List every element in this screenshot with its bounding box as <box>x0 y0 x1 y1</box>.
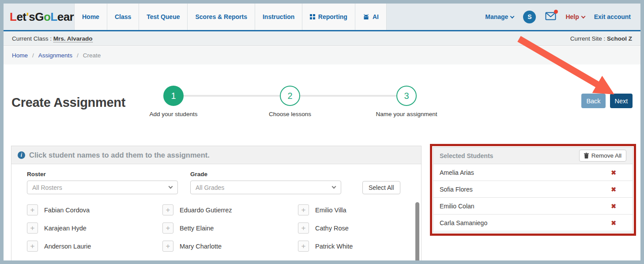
remove-student-icon[interactable]: ✖ <box>611 170 616 176</box>
step-label: Add your students <box>150 111 198 117</box>
add-student-icon[interactable]: + <box>298 223 309 234</box>
help-menu[interactable]: Help <box>565 13 584 20</box>
step-label: Choose lessons <box>269 111 311 117</box>
picker-filters: Roster All Rosters Grade All Grades Sele… <box>11 164 421 194</box>
logo-segment: s <box>29 10 35 24</box>
breadcrumb-separator: / <box>32 52 34 59</box>
stepper-step-3: 3Name your assignment <box>348 86 465 117</box>
context-bar: Current Class : Mrs. Alvarado Current Si… <box>4 31 640 46</box>
step-circle-1[interactable]: 1 <box>163 86 184 106</box>
nav-tab-scores-reports[interactable]: Scores & Reports <box>188 4 255 30</box>
messages-button[interactable] <box>545 12 556 22</box>
selected-student-name: Emilio Colan <box>440 203 475 210</box>
nav-tab-label: AI <box>373 13 379 20</box>
selected-students-title: Selected Students <box>440 152 493 159</box>
student-list-item[interactable]: +Betty Elaine <box>162 223 298 234</box>
breadcrumb-item-assignments[interactable]: Assignments <box>38 52 72 59</box>
student-name[interactable]: Eduardo Gutierrez <box>180 207 232 214</box>
grade-select[interactable]: All Grades <box>190 181 341 194</box>
student-name[interactable]: Mary Charlotte <box>180 243 222 250</box>
selected-student-name: Sofia Flores <box>440 186 473 193</box>
logo-segment: G <box>35 10 44 24</box>
step-circle-3[interactable]: 3 <box>396 86 417 106</box>
nav-tab-home[interactable]: Home <box>75 4 107 30</box>
breadcrumb: Home/Assignments/Create <box>4 46 640 64</box>
student-list-item[interactable]: +Fabian Cordova <box>27 204 162 215</box>
step-label: Name your assignment <box>376 111 437 117</box>
nav-tab-reporting[interactable]: Reporting <box>302 4 355 30</box>
nav-tab-label: Test Queue <box>147 13 180 20</box>
nav-tab-class[interactable]: Class <box>107 4 139 30</box>
remove-student-icon[interactable]: ✖ <box>611 186 616 192</box>
student-list-item[interactable]: +Karajean Hyde <box>27 223 162 234</box>
remove-student-icon[interactable]: ✖ <box>611 203 616 209</box>
stepper-step-2: 2Choose lessons <box>232 86 348 117</box>
stepper: 1Add your students2Choose lessons3Name y… <box>115 86 465 117</box>
robot-icon <box>363 14 369 20</box>
step-circle-2[interactable]: 2 <box>280 86 300 106</box>
current-class-label: Current Class : <box>12 35 52 42</box>
roster-student-grid: +Fabian Cordova+Eduardo Gutierrez+Emilio… <box>27 204 421 252</box>
add-student-icon[interactable]: + <box>27 241 38 252</box>
student-name[interactable]: Betty Elaine <box>180 225 214 232</box>
breadcrumb-item-create: Create <box>83 52 101 59</box>
grade-filter-group: Grade All Grades <box>190 171 341 194</box>
back-button[interactable]: Back <box>581 94 606 108</box>
student-list-item[interactable]: +Cathy Rose <box>298 223 433 234</box>
add-student-icon[interactable]: + <box>298 241 309 252</box>
nav-tab-ai[interactable]: AI <box>355 4 387 30</box>
add-student-icon[interactable]: + <box>298 204 309 215</box>
annotation-highlight-box: Selected Students Remove All Amelia Aria… <box>430 144 636 236</box>
breadcrumb-separator: / <box>77 52 79 59</box>
add-student-icon[interactable]: + <box>162 223 173 234</box>
next-button[interactable]: Next <box>610 94 633 108</box>
chevron-down-icon <box>332 185 336 189</box>
exit-account-button[interactable]: Exit account <box>594 13 631 20</box>
add-student-icon[interactable]: + <box>27 223 38 234</box>
student-list-item[interactable]: +Eduardo Gutierrez <box>162 204 298 215</box>
student-name[interactable]: Patrick White <box>315 243 353 250</box>
current-site: Current Site : School Z <box>570 35 632 42</box>
selected-student-name: Amelia Arias <box>440 169 474 176</box>
selected-student-row: Carla Samaniego✖ <box>433 215 633 231</box>
add-student-icon[interactable]: + <box>162 204 173 215</box>
main-nav: HomeClassTest QueueScores & ReportsInstr… <box>74 4 387 30</box>
nav-tab-instruction[interactable]: Instruction <box>255 4 302 30</box>
student-list-item[interactable]: +Patrick White <box>298 241 433 252</box>
roster-label: Roster <box>27 171 178 177</box>
trash-icon <box>584 153 589 158</box>
manage-menu[interactable]: Manage <box>485 13 514 20</box>
student-list-item[interactable]: +Mary Charlotte <box>162 241 298 252</box>
student-picker-panel: i Click student names to add them to the… <box>11 146 422 260</box>
student-name[interactable]: Anderson Laurie <box>44 243 91 250</box>
logo-segment: L <box>50 10 57 24</box>
student-list-item[interactable]: +Anderson Laurie <box>27 241 162 252</box>
vertical-scrollbar[interactable] <box>415 202 419 260</box>
picker-instruction-bar: i Click student names to add them to the… <box>11 146 421 164</box>
brand-logo[interactable]: Let's Go Learn <box>4 4 74 30</box>
logo-segment: o <box>44 10 50 24</box>
select-all-button[interactable]: Select All <box>362 181 400 194</box>
top-header: Let's Go Learn HomeClassTest QueueScores… <box>4 4 640 30</box>
nav-tab-label: Home <box>82 13 99 20</box>
nav-tab-test-queue[interactable]: Test Queue <box>139 4 188 30</box>
avatar[interactable]: S <box>523 11 536 23</box>
info-icon: i <box>18 151 25 159</box>
selected-student-row: Emilio Colan✖ <box>433 198 633 215</box>
selected-student-name: Carla Samaniego <box>440 219 487 226</box>
current-class-link[interactable]: Mrs. Alvarado <box>53 35 93 42</box>
grade-select-value: All Grades <box>196 184 224 191</box>
student-name[interactable]: Emilio Villa <box>315 207 346 214</box>
roster-select[interactable]: All Rosters <box>27 181 178 194</box>
student-list-item[interactable]: +Emilio Villa <box>298 204 433 215</box>
remove-all-button[interactable]: Remove All <box>579 150 626 162</box>
student-name[interactable]: Karajean Hyde <box>44 225 87 232</box>
add-student-icon[interactable]: + <box>162 241 173 252</box>
add-student-icon[interactable]: + <box>27 204 38 215</box>
breadcrumb-item-home[interactable]: Home <box>12 52 28 59</box>
student-name[interactable]: Cathy Rose <box>315 225 349 232</box>
student-name[interactable]: Fabian Cordova <box>44 207 90 214</box>
nav-tab-label: Instruction <box>263 13 294 20</box>
remove-student-icon[interactable]: ✖ <box>611 220 616 226</box>
manage-label: Manage <box>485 13 508 20</box>
